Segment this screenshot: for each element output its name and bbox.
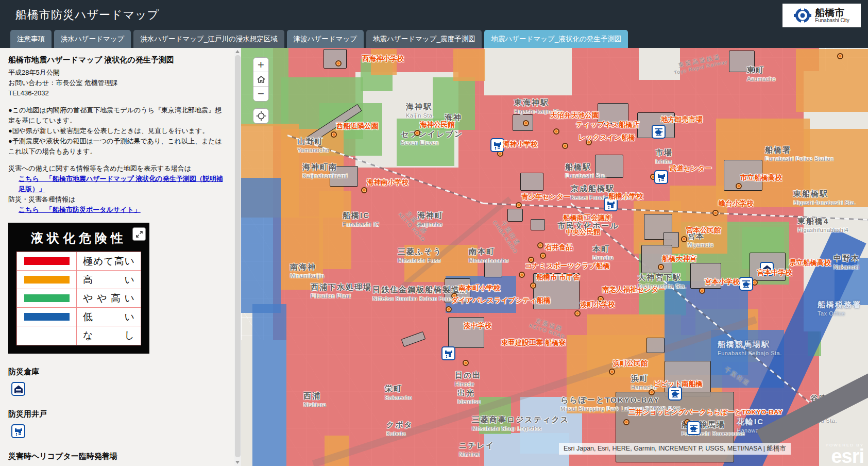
shelter-marker[interactable] bbox=[446, 306, 452, 312]
heli-map-icon[interactable] bbox=[668, 387, 682, 401]
supplement-map-link[interactable]: こちら 「船橋市地震ハザードマップ 液状化の発生予測図（説明補足版）」 bbox=[19, 174, 226, 194]
place-label: 出光Idemitsu bbox=[457, 388, 481, 405]
legend-expand-button[interactable] bbox=[132, 227, 146, 241]
shelter-marker[interactable] bbox=[681, 236, 687, 242]
evacuation-site-8[interactable] bbox=[520, 173, 543, 191]
place-label: 船橋ICFunabashi IC bbox=[343, 211, 379, 227]
esri-logo: POWERED BY esri bbox=[826, 443, 864, 465]
shelter-marker[interactable] bbox=[523, 120, 529, 126]
tab-6[interactable]: 地震ハザードマップ_液状化の発生予測図 bbox=[484, 30, 628, 48]
place-label: 市場Ichiba bbox=[655, 148, 673, 164]
shelter-marker[interactable] bbox=[574, 310, 581, 317]
tab-5[interactable]: 地震ハザードマップ_震度予測図 bbox=[366, 30, 482, 48]
funabashi-city-logo[interactable]: 船橋市 Funabashi City bbox=[782, 4, 861, 27]
funabashi-emblem-icon bbox=[794, 7, 811, 24]
zoom-out-button[interactable]: − bbox=[253, 87, 268, 101]
faucet-map-icon[interactable] bbox=[654, 170, 668, 184]
place-label: 船橋税務署Tax Office bbox=[818, 300, 861, 317]
hazard-region-37 bbox=[241, 178, 281, 313]
sidebar-sections: 防災倉庫防災用井戸災害時ヘリコプター臨時発着場 bbox=[8, 367, 226, 461]
shelter-marker[interactable] bbox=[463, 360, 469, 366]
shelter-marker[interactable] bbox=[699, 288, 705, 294]
shelter-marker[interactable] bbox=[361, 187, 367, 193]
scroll-down-arrow[interactable] bbox=[235, 461, 240, 464]
powered-by-label: POWERED BY bbox=[826, 443, 864, 447]
zoom-in-button[interactable]: + bbox=[253, 58, 268, 72]
scrollbar-thumb[interactable] bbox=[235, 55, 241, 457]
shelter-marker[interactable] bbox=[658, 264, 664, 270]
tab-1[interactable]: 注意事項 bbox=[10, 30, 52, 48]
tab-3[interactable]: 洪水ハザードマップ_江戸川の浸水想定区域 bbox=[133, 30, 284, 48]
legend-label: なし bbox=[77, 326, 141, 345]
place-label: 西浦Nishiura bbox=[303, 391, 326, 408]
place-label: 海神町南Kaijinchominami bbox=[302, 162, 348, 179]
legend-label: 低い bbox=[77, 308, 141, 326]
shelter-marker[interactable] bbox=[623, 419, 629, 425]
poi-label: 船橋小学校 bbox=[608, 192, 643, 201]
heli-map-icon[interactable] bbox=[652, 125, 666, 139]
hazard-region-27 bbox=[796, 49, 868, 112]
place-label: 海神駅Kaijin Sta. bbox=[406, 102, 434, 119]
section-heading-3: 災害時ヘリコプター臨時発着場 bbox=[8, 452, 226, 461]
legend-row-5: なし bbox=[17, 326, 141, 345]
map-canvas[interactable]: 東町Azumacho海神駅Kaijin Sta.海神in東海神駅Higashi-… bbox=[241, 48, 868, 466]
home-button[interactable] bbox=[253, 72, 268, 87]
legend-row-2: 高い bbox=[17, 271, 141, 289]
map-title: 船橋市地震ハザードマップ 液状化の発生予測図 bbox=[8, 55, 226, 65]
tab-4[interactable]: 津波ハザードマップ bbox=[287, 30, 364, 48]
poi-label: 青少年センター bbox=[521, 192, 570, 202]
shelter-marker[interactable] bbox=[712, 210, 719, 216]
tab-2[interactable]: 洪水ハザードマップ bbox=[54, 30, 131, 48]
poi-label: 県立船橋高校 bbox=[789, 258, 831, 268]
shelter-marker[interactable] bbox=[414, 130, 420, 136]
shelter-marker[interactable] bbox=[649, 389, 655, 395]
locate-button[interactable] bbox=[253, 108, 269, 124]
legend-label: やや高い bbox=[77, 289, 141, 307]
legend-row-3: やや高い bbox=[17, 289, 141, 308]
faucet-map-icon[interactable] bbox=[441, 346, 455, 360]
legend-title: 液状化危険性 bbox=[16, 230, 141, 246]
shelter-marker[interactable] bbox=[335, 60, 342, 66]
poi-label: 石井食品 bbox=[545, 243, 573, 252]
legend-table: 極めて高い高いやや高い低いなし bbox=[16, 252, 141, 345]
poi-label: 宮本小学校 bbox=[705, 277, 740, 287]
place-label: 東町Azumacho bbox=[747, 65, 776, 82]
place-label: 船橋競馬場駅Funabashi Keibajo Sta. bbox=[718, 340, 782, 356]
evacuation-site-21[interactable] bbox=[507, 209, 523, 222]
shelter-marker[interactable] bbox=[553, 128, 559, 135]
section-heading-2: 防災用井戸 bbox=[8, 409, 226, 419]
logo-name-en: Funabashi City bbox=[815, 18, 849, 24]
shelter-marker[interactable] bbox=[516, 202, 522, 208]
shelter-marker[interactable] bbox=[331, 131, 337, 138]
faucet-map-icon[interactable] bbox=[490, 138, 504, 152]
evacuation-site-11[interactable] bbox=[484, 262, 502, 277]
evacuation-site-1[interactable] bbox=[324, 49, 347, 69]
sidebar-scrollbar[interactable] bbox=[234, 48, 241, 466]
hazard-region-23 bbox=[319, 191, 351, 269]
heli-map-icon[interactable] bbox=[687, 421, 701, 435]
legend-label: 極めて高い bbox=[77, 252, 141, 270]
poi-label: 船橋商工会議所 bbox=[563, 213, 612, 223]
shelter-marker[interactable] bbox=[519, 272, 525, 278]
shelter-marker[interactable] bbox=[562, 143, 568, 149]
shelter-marker[interactable] bbox=[837, 53, 843, 59]
heli-map-icon[interactable] bbox=[739, 277, 753, 291]
legend-swatch bbox=[24, 332, 70, 340]
poi-label: 南本町小学校 bbox=[458, 284, 500, 293]
legend-swatch bbox=[24, 257, 70, 265]
shelter-marker[interactable] bbox=[530, 282, 536, 289]
faucet-legend-icon bbox=[11, 424, 25, 438]
place-label: 本町Honcho bbox=[592, 244, 614, 261]
shelter-marker[interactable] bbox=[537, 242, 543, 248]
legend-swatch bbox=[24, 294, 70, 302]
hazard-region-2 bbox=[484, 48, 572, 95]
evacuation-site-18[interactable] bbox=[646, 338, 665, 353]
shelter-marker[interactable] bbox=[540, 253, 546, 259]
map-zoom-controls: + − bbox=[253, 57, 269, 102]
portal-site-link[interactable]: こちら 「船橋市防災ポータルサイト」 bbox=[19, 205, 141, 215]
shelter-marker[interactable] bbox=[736, 183, 742, 189]
evacuation-site-22[interactable] bbox=[531, 219, 545, 230]
scroll-up-arrow[interactable] bbox=[235, 50, 240, 53]
poi-label: レックスイン船橋 bbox=[578, 133, 635, 142]
shelter-marker[interactable] bbox=[609, 369, 615, 375]
